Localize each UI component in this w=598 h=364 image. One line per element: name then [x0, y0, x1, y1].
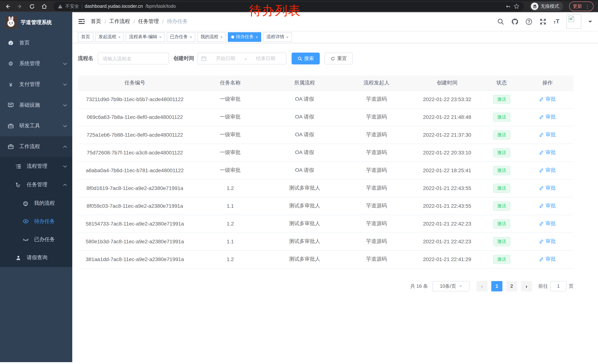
bookmark-star-icon[interactable] — [514, 3, 519, 9]
avatar[interactable] — [566, 14, 581, 29]
close-icon[interactable]: × — [256, 35, 258, 39]
tab-process-form-edit[interactable]: 流程表单-编辑× — [126, 32, 165, 42]
page-size-select[interactable]: 10条/页 — [432, 281, 469, 291]
sidebar-item-leave-query[interactable]: 请假查询 — [0, 249, 72, 267]
status-badge: 激活 — [493, 255, 510, 264]
close-icon[interactable]: × — [220, 35, 223, 39]
sidebar-item-todo-tasks[interactable]: 待办任务 — [0, 212, 72, 230]
table-row: 8f059c03-7ac8-11ec-a9e2-a2380e71991a1.1测… — [78, 197, 573, 215]
home-icon[interactable] — [41, 3, 47, 9]
eye-open-icon — [22, 218, 29, 224]
font-size-icon[interactable]: TT — [554, 18, 559, 24]
prev-page-button[interactable]: ‹ — [476, 281, 488, 291]
app-logo — [5, 16, 17, 29]
github-icon[interactable] — [511, 18, 518, 25]
search-icon[interactable] — [497, 18, 504, 25]
approve-link[interactable]: 审批 — [539, 185, 556, 191]
tab-home[interactable]: 首页 — [78, 32, 93, 42]
approve-link[interactable]: 审批 — [539, 202, 556, 209]
reload-icon[interactable] — [29, 3, 35, 9]
chevron-up-icon — [63, 145, 67, 148]
close-icon[interactable]: × — [190, 35, 192, 39]
approve-link[interactable]: 审批 — [539, 149, 556, 156]
browser-update-button[interactable]: 更新 ⋮ — [569, 1, 594, 11]
incognito-badge: 无痕模式 — [530, 1, 563, 11]
start-date-placeholder: 开始日期 — [208, 55, 243, 62]
password-key-icon[interactable] — [505, 4, 511, 9]
page-content: 流程名 创建时间 开始日期 - 结束日期 搜索 — [72, 43, 598, 362]
col-actions: 操作 — [522, 75, 573, 90]
date-range-picker[interactable]: 开始日期 - 结束日期 — [198, 53, 286, 65]
pen-icon — [539, 150, 544, 155]
pagination: 共 16 条 10条/页 ‹ 1 2 › 前往 页 — [78, 281, 573, 291]
approve-link[interactable]: 审批 — [539, 131, 556, 138]
reset-button[interactable]: 重置 — [324, 53, 353, 65]
page-unit-label: 页 — [569, 283, 573, 289]
tab-start-process[interactable]: 发起流程× — [95, 32, 124, 42]
process-name-input[interactable] — [98, 53, 169, 65]
approve-link[interactable]: 审批 — [539, 220, 556, 227]
sidebar-item-workflow[interactable]: 工作流程 — [0, 136, 72, 157]
tab-my-process[interactable]: 我的流程× — [197, 32, 226, 42]
help-icon[interactable] — [525, 18, 532, 25]
approve-link[interactable]: 审批 — [539, 167, 556, 174]
breadcrumb-home[interactable]: 首页 — [91, 18, 101, 25]
monitor-icon — [8, 102, 14, 108]
sidebar-item-system[interactable]: ⚙ 系统管理 — [0, 53, 72, 74]
table-row: a6aba0a4-7b6d-11ec-b781-acde48001122一级审批… — [78, 162, 573, 179]
page-2-button[interactable]: 2 — [506, 281, 517, 291]
tags-view: 首页 发起流程× 流程表单-编辑× 已办任务× 我的流程× 待办任务× 流程详情… — [72, 31, 598, 43]
breadcrumb-task-mgmt[interactable]: 任务管理 — [138, 18, 159, 25]
create-time-label: 创建时间 — [173, 55, 194, 62]
col-task-name: 任务名称 — [192, 75, 269, 90]
pen-icon — [539, 203, 544, 208]
close-icon[interactable]: × — [159, 35, 162, 39]
pen-icon — [539, 221, 544, 226]
forward-icon[interactable] — [17, 3, 23, 9]
approve-link[interactable]: 审批 — [539, 96, 556, 103]
chevron-down-icon — [63, 165, 67, 168]
pen-icon — [539, 239, 544, 244]
fullscreen-icon[interactable] — [540, 18, 547, 25]
browser-menu-icon[interactable]: ⋮ — [585, 4, 590, 9]
sidebar-item-home[interactable]: 首页 — [0, 32, 72, 53]
app-logo-row[interactable]: 芋道管理系统 — [0, 12, 72, 32]
sidebar-item-task-mgmt[interactable]: 任务管理 — [0, 176, 72, 194]
back-icon[interactable] — [4, 3, 11, 9]
next-page-button[interactable]: › — [521, 281, 532, 291]
url-host: dashboard.yudao.iocoder.cn — [85, 4, 143, 9]
tab-todo-tasks[interactable]: 待办任务× — [228, 32, 261, 42]
status-badge: 激活 — [493, 184, 510, 193]
status-badge: 激活 — [493, 130, 510, 139]
goto-page-input[interactable] — [550, 281, 566, 291]
sidebar-item-process-mgmt[interactable]: 流程管理 — [0, 157, 72, 176]
breadcrumb-workflow[interactable]: 工作流程 — [109, 18, 130, 25]
person-icon — [15, 255, 22, 260]
search-button[interactable]: 搜索 — [291, 53, 320, 65]
approve-link[interactable]: 审批 — [539, 238, 556, 245]
avatar-caret-icon[interactable] — [588, 21, 592, 24]
tree-list-icon — [15, 163, 22, 169]
approve-link[interactable]: 审批 — [539, 256, 556, 263]
sidebar-fold-icon[interactable] — [78, 18, 85, 25]
sidebar-item-my-process[interactable]: 我的流程 — [0, 194, 72, 212]
refresh-icon — [331, 56, 335, 61]
sidebar-item-devtools[interactable]: 研发工具 — [0, 115, 72, 136]
security-label: 不安全 — [65, 3, 79, 9]
table-row: 069c6a63-7b8a-11ec-8ef0-acde48001122一级审批… — [78, 108, 573, 126]
close-icon[interactable]: × — [118, 35, 121, 39]
page-1-button[interactable]: 1 — [491, 281, 502, 291]
table-row: 73211d9d-7b9b-11ec-b5b7-acde48001122一级审批… — [78, 90, 573, 108]
sidebar-item-label: 基础设施 — [19, 102, 40, 108]
tab-process-detail[interactable]: 流程详情× — [263, 32, 292, 42]
table-row: 8f0d1619-7ac8-11ec-a9e2-a2380e71991a1.2测… — [78, 179, 573, 197]
end-date-placeholder: 结束日期 — [249, 55, 283, 62]
close-icon[interactable]: × — [286, 35, 288, 39]
sidebar-item-payment[interactable]: ¥ 支付管理 — [0, 74, 72, 95]
sidebar-item-done-tasks[interactable]: 已办任务 — [0, 230, 72, 249]
sidebar-item-infra[interactable]: 基础设施 — [0, 95, 72, 115]
approve-link[interactable]: 审批 — [539, 114, 556, 120]
table-row: 58154733-7ac8-11ec-a9e2-a2380e71991a1.2测… — [78, 215, 573, 233]
tab-done-tasks[interactable]: 已办任务× — [167, 32, 195, 42]
col-process: 所属流程 — [269, 75, 341, 90]
